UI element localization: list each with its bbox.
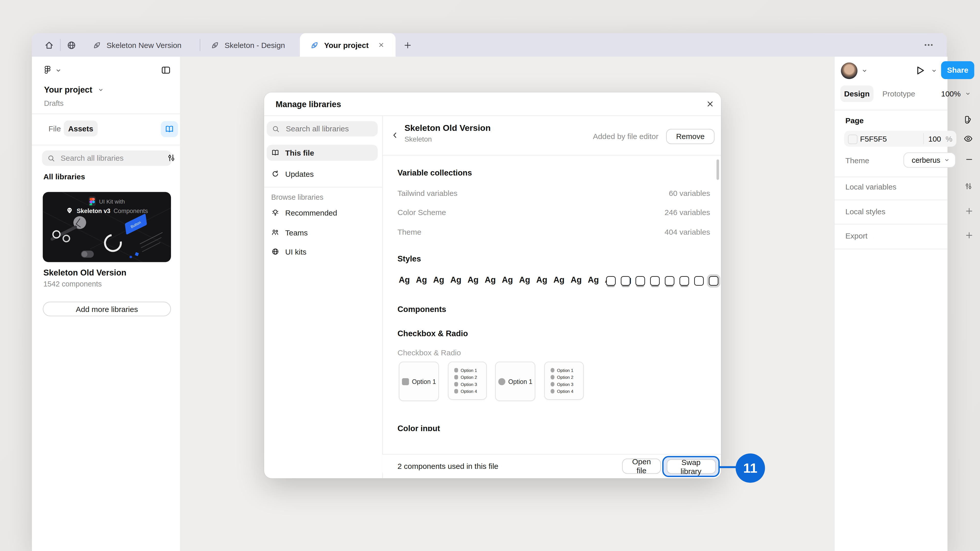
modal-search[interactable] <box>267 121 378 137</box>
page-styles-button[interactable] <box>963 115 973 124</box>
divider <box>32 114 180 114</box>
open-file-button[interactable]: Open file <box>622 459 661 474</box>
libraries-toggle-button[interactable] <box>161 121 178 137</box>
modal-title: Manage libraries <box>275 100 341 109</box>
nav-ui-kits[interactable]: UI kits <box>267 244 378 260</box>
toggle-visibility-button[interactable] <box>963 134 973 144</box>
text-style-samples: AgAgAgAgAgAgAgAgAgAgAgAgAgAg <box>399 275 632 285</box>
divider <box>835 110 948 110</box>
color-swatch[interactable] <box>848 135 858 144</box>
library-detail-content: Variable collections Tailwind variables … <box>382 155 721 431</box>
community-button[interactable] <box>61 33 83 57</box>
radio-group-preview: Option 1 Option 2 Option 3 Option 4 <box>544 362 584 400</box>
usage-summary: 2 components used in this file <box>398 462 498 471</box>
nav-teams[interactable]: Teams <box>267 224 378 241</box>
sidebar-search[interactable] <box>42 151 172 166</box>
tab-skeleton-new-version[interactable]: Skeleton New Version <box>83 33 200 57</box>
toggle-sidebar-button[interactable] <box>161 65 171 75</box>
open-variables-button[interactable] <box>964 182 973 191</box>
chevron-down-icon <box>97 86 104 93</box>
tab-prototype[interactable]: Prototype <box>883 89 915 98</box>
color-hex-value[interactable]: F5F5F5 <box>860 135 887 144</box>
export-label[interactable]: Export <box>845 232 868 241</box>
annotation-step-badge: 11 <box>736 454 765 483</box>
local-styles-label[interactable]: Local styles <box>845 207 886 216</box>
window-menu-button[interactable] <box>923 33 947 57</box>
home-icon <box>44 40 54 50</box>
nav-updates[interactable]: Updates <box>267 166 378 182</box>
project-name-dropdown[interactable]: Your project <box>44 85 104 95</box>
chevron-left-icon <box>390 131 399 140</box>
present-options-chevron[interactable] <box>931 68 937 74</box>
ellipsis-icon <box>923 40 934 51</box>
file-nib-icon <box>210 41 220 49</box>
local-variables-label[interactable]: Local variables <box>845 183 897 191</box>
back-button[interactable] <box>390 131 399 140</box>
project-location: Drafts <box>44 100 64 107</box>
divider <box>835 200 948 200</box>
tab-design[interactable]: Design <box>840 86 873 102</box>
avatar[interactable] <box>841 62 858 79</box>
checkbox-single-preview: Option 1 <box>399 362 439 401</box>
page-color-row[interactable]: F5F5F5 100 % <box>844 131 956 147</box>
theme-label: Theme <box>845 156 869 165</box>
eye-icon <box>963 134 973 144</box>
variable-row-label: Color Scheme <box>398 208 446 217</box>
filter-sliders-icon <box>964 182 973 191</box>
account-chevron[interactable] <box>861 68 868 74</box>
remove-theme-button[interactable] <box>965 155 974 164</box>
file-nib-icon <box>93 41 102 49</box>
library-name: Skeleton Old Version <box>43 268 126 278</box>
swap-library-button[interactable]: Swap library <box>667 459 716 474</box>
tab-file[interactable]: File <box>48 124 61 133</box>
zoom-dropdown[interactable]: 100% <box>941 89 971 98</box>
new-tab-button[interactable] <box>396 33 420 57</box>
modal-header: Manage libraries <box>264 93 721 116</box>
home-button[interactable] <box>38 33 60 57</box>
refresh-icon <box>271 170 280 178</box>
modal-scrollbar[interactable] <box>717 159 719 180</box>
divider <box>835 177 948 178</box>
add-more-libraries-button[interactable]: Add more libraries <box>43 302 171 317</box>
annotation-highlight-ring: Swap library <box>662 456 720 477</box>
checkbox-group-preview: Option 1 Option 2 Option 3 Option 4 <box>448 362 487 400</box>
divider <box>835 249 948 249</box>
styles-heading: Styles <box>398 254 421 264</box>
figma-logo-icon <box>43 65 52 76</box>
opacity-value[interactable]: 100 <box>928 135 941 144</box>
layout-panel-icon <box>161 65 171 75</box>
variable-row-count: 60 variables <box>669 189 710 198</box>
effect-style-samples <box>606 276 718 286</box>
close-tab-button[interactable] <box>377 41 385 49</box>
plus-icon <box>965 206 974 216</box>
search-input[interactable] <box>59 153 151 163</box>
theme-select[interactable]: cerberus <box>904 152 956 168</box>
component-group-label: Checkbox & Radio <box>398 348 461 357</box>
radio-single-preview: Option 1 <box>495 362 535 401</box>
figma-logo-icon <box>89 197 96 206</box>
add-export-button[interactable] <box>965 231 974 240</box>
modal-close-button[interactable] <box>706 100 714 108</box>
open-book-icon <box>165 124 174 134</box>
minus-icon <box>965 155 974 164</box>
main-menu-chevron[interactable] <box>55 67 62 74</box>
search-icon <box>47 154 56 162</box>
share-button[interactable]: Share <box>941 61 974 79</box>
present-button[interactable] <box>915 65 926 76</box>
filter-sliders-icon <box>167 153 177 163</box>
figma-main-menu[interactable] <box>43 65 52 76</box>
tab-your-project[interactable]: Your project <box>300 33 396 57</box>
remove-button[interactable]: Remove <box>666 129 714 144</box>
library-card-thumbnail[interactable]: UI Kit with Skeleton v3 Components Butto… <box>43 192 171 262</box>
modal-search-input[interactable] <box>285 124 370 134</box>
tab-assets[interactable]: Assets <box>64 121 98 137</box>
add-style-button[interactable] <box>965 206 974 216</box>
plus-icon <box>403 41 412 49</box>
nav-recommended[interactable]: Recommended <box>267 205 378 221</box>
tab-skeleton-design[interactable]: Skeleton - Design <box>200 33 300 57</box>
percent-sign: % <box>945 135 953 144</box>
variable-row-count: 246 variables <box>665 208 710 217</box>
library-filter-button[interactable] <box>167 153 177 163</box>
nav-this-file[interactable]: This file <box>267 145 378 161</box>
figma-app-window: Skeleton New Version Skeleton - Design Y… <box>32 33 947 551</box>
